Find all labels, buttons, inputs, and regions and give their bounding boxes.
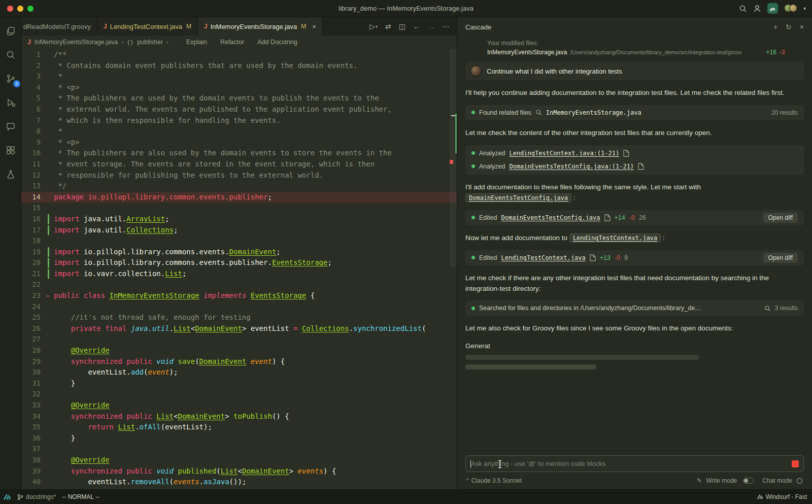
line-number[interactable]: 4 xyxy=(21,82,47,93)
gutter[interactable] xyxy=(47,422,54,433)
code-line[interactable]: 13 */ xyxy=(21,181,457,192)
tab-lending-test-context[interactable]: J LendingTestContext.java M xyxy=(97,17,198,36)
open-diff-button[interactable]: Open diff xyxy=(763,213,798,223)
code-line[interactable]: 33 @Override xyxy=(21,400,457,411)
code-line[interactable]: 15 xyxy=(21,203,457,214)
gutter[interactable] xyxy=(47,477,54,488)
code-line[interactable]: 34 synchronized public List<DomainEvent>… xyxy=(21,411,457,422)
gutter[interactable] xyxy=(47,345,54,356)
line-number[interactable]: 14 xyxy=(21,192,47,203)
code-line[interactable]: 1/** xyxy=(21,49,457,60)
code-line[interactable]: 2 * Contains domain event publishers tha… xyxy=(21,60,457,72)
line-number[interactable]: 9 xyxy=(21,137,47,148)
gutter[interactable] xyxy=(47,411,54,422)
gutter[interactable] xyxy=(47,444,54,455)
analyzed-file-link[interactable]: DomainEventsTestConfig.java:(1-21) xyxy=(509,163,634,170)
code-line[interactable]: 6 * external world. The events are publi… xyxy=(21,104,457,115)
gutter[interactable] xyxy=(47,455,54,466)
code-line[interactable]: 28 @Override xyxy=(21,345,457,356)
gutter[interactable] xyxy=(47,93,54,104)
explorer-icon[interactable] xyxy=(4,24,17,38)
line-number[interactable]: 10 xyxy=(21,148,47,159)
code-line[interactable]: 20import io.pillopl.library.commons.even… xyxy=(21,257,457,268)
go-forward-icon[interactable]: → xyxy=(428,22,435,30)
run-debug-icon[interactable] xyxy=(4,96,17,109)
write-mode-toggle[interactable] xyxy=(743,478,754,484)
gutter[interactable] xyxy=(47,82,54,93)
new-conversation-icon[interactable]: + xyxy=(773,23,777,31)
git-added-gutter[interactable] xyxy=(47,257,54,268)
scrollbar-thumb[interactable] xyxy=(450,49,457,267)
gutter[interactable] xyxy=(47,203,54,214)
line-number[interactable]: 19 xyxy=(21,247,47,258)
gutter[interactable] xyxy=(47,126,54,137)
tool-call-analyzed[interactable]: Analyzed LendingTestContext.java:(1-21) xyxy=(465,147,804,160)
gutter[interactable] xyxy=(47,466,54,477)
testing-icon[interactable] xyxy=(4,167,17,181)
line-number[interactable]: 34 xyxy=(21,411,47,422)
modified-file-name[interactable]: InMemoryEventsStorage.java xyxy=(487,49,567,56)
inline-code-chip[interactable]: LendingTestContext.java xyxy=(569,233,661,243)
git-added-gutter[interactable] xyxy=(47,225,54,236)
line-number[interactable]: 18 xyxy=(21,236,47,247)
line-number[interactable]: 6 xyxy=(21,104,47,115)
maximize-window-button[interactable] xyxy=(27,6,33,12)
line-number[interactable]: 12 xyxy=(21,170,47,181)
line-number[interactable]: 15 xyxy=(21,203,47,214)
line-number[interactable]: 32 xyxy=(21,389,47,400)
line-number[interactable]: 17 xyxy=(21,225,47,236)
code-line[interactable]: 16import java.util.ArrayList; xyxy=(21,214,457,225)
gutter[interactable] xyxy=(47,279,54,290)
windsurf-logo-icon[interactable] xyxy=(767,3,778,14)
extensions-icon[interactable] xyxy=(4,144,17,157)
close-panel-icon[interactable]: × xyxy=(800,23,804,31)
gutter[interactable] xyxy=(47,367,54,378)
tab-inmemory-events-storage[interactable]: J InMemoryEventsStorage.java M × xyxy=(198,17,323,36)
line-number[interactable]: 25 xyxy=(21,312,47,323)
windsurf-status-item[interactable]: Windsurf - Fast xyxy=(757,493,807,500)
line-number[interactable]: 36 xyxy=(21,433,47,444)
code-line[interactable]: 32 xyxy=(21,389,457,400)
editor-scrollbar[interactable] xyxy=(450,49,457,489)
line-number[interactable]: 33 xyxy=(21,400,47,411)
chat-mode-label[interactable]: Chat mode xyxy=(762,477,792,484)
model-selector[interactable]: ^ Claude 3.5 Sonnet xyxy=(466,477,522,484)
compare-changes-icon[interactable]: ⇄ xyxy=(385,22,391,30)
codelens-explain[interactable]: Explain xyxy=(186,39,207,46)
tab-groovy-file[interactable]: dReadModelsIT.groovy xyxy=(21,17,97,36)
tool-call-analyzed[interactable]: Analyzed DomainEventsTestConfig.java:(1-… xyxy=(465,160,804,173)
code-line[interactable]: 24 xyxy=(21,301,457,313)
gutter[interactable] xyxy=(47,312,54,323)
tool-call-edited[interactable]: Edited LendingTestContext.java +13 -0 9 … xyxy=(465,250,804,265)
gutter[interactable] xyxy=(47,137,54,148)
line-number[interactable]: 29 xyxy=(21,356,47,367)
gutter[interactable] xyxy=(47,71,54,82)
code-line[interactable]: 12 * responsible for publishing the even… xyxy=(21,170,457,181)
more-actions-icon[interactable]: ⋯ xyxy=(443,22,450,30)
gutter-marker[interactable]: ▸ xyxy=(47,290,54,301)
code-line[interactable]: 22 xyxy=(21,279,457,290)
line-number[interactable]: 28 xyxy=(21,345,47,356)
code-line[interactable]: 11 * event storage. The events are store… xyxy=(21,159,457,170)
tool-query[interactable]: InMemoryEventsStorage.java xyxy=(546,109,641,116)
gutter[interactable] xyxy=(47,104,54,115)
codelens-refactor[interactable]: Refactor xyxy=(220,39,244,46)
tool-call-edited[interactable]: Edited DomainEventsTestConfig.java +14 -… xyxy=(465,210,804,225)
line-number[interactable]: 40 xyxy=(21,477,47,488)
source-control-icon[interactable]: 3 xyxy=(4,72,17,85)
write-mode-label[interactable]: Write mode xyxy=(706,477,737,484)
codelens-add-docstring[interactable]: Add Docstring xyxy=(257,39,297,46)
git-added-gutter[interactable] xyxy=(47,214,54,225)
tool-call-found-files[interactable]: Found related files InMemoryEventsStorag… xyxy=(465,105,804,120)
git-added-gutter[interactable] xyxy=(47,268,54,280)
gutter[interactable] xyxy=(47,400,54,411)
code-line[interactable]: 9 * <p> xyxy=(21,137,457,148)
history-icon[interactable]: ↻ xyxy=(786,23,792,31)
git-branch-item[interactable]: docstrings* xyxy=(17,493,56,500)
chat-input[interactable] xyxy=(471,460,786,467)
breadcrumb-symbol[interactable]: publisher xyxy=(137,39,163,46)
code-line[interactable]: 39 synchronized public void published(Li… xyxy=(21,466,457,477)
code-line[interactable]: 4 * <p> xyxy=(21,82,457,93)
line-number[interactable]: 39 xyxy=(21,466,47,477)
code-editor[interactable]: 1/**2 * Contains domain event publishers… xyxy=(21,49,457,489)
